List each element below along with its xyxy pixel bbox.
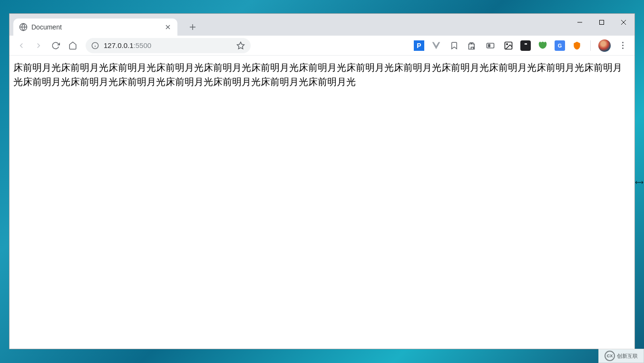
close-window-button[interactable] xyxy=(613,14,634,31)
extension-translate-icon[interactable]: G xyxy=(555,40,565,51)
minimize-button[interactable] xyxy=(569,14,591,31)
page-content: 床前明月光床前明月光床前明月光床前明月光床前明月光床前明月光床前明月光床前明月光… xyxy=(10,56,634,349)
browser-toolbar: 127.0.0.1:5500 P •• G xyxy=(10,36,634,56)
watermark-text: 创新互联 xyxy=(617,353,638,360)
watermark-logo-icon: CX xyxy=(605,351,615,361)
watermark: CX 创新互联 xyxy=(598,349,644,363)
window-controls xyxy=(569,14,634,31)
browser-tab[interactable]: Document xyxy=(13,19,177,36)
resize-cursor-icon xyxy=(634,179,644,186)
toolbar-divider xyxy=(590,40,591,51)
forward-button[interactable] xyxy=(31,38,46,53)
reload-button[interactable] xyxy=(49,38,63,53)
extension-castle-icon[interactable] xyxy=(466,39,478,52)
browser-menu-button[interactable] xyxy=(615,38,630,53)
svg-marker-13 xyxy=(237,42,244,48)
tab-title: Document xyxy=(31,23,160,31)
extension-vue-icon[interactable] xyxy=(430,39,442,52)
body-text: 床前明月光床前明月光床前明月光床前明月光床前明月光床前明月光床前明月光床前明月光… xyxy=(13,60,631,89)
svg-rect-7 xyxy=(600,20,604,25)
extension-evernote-icon[interactable] xyxy=(537,39,549,52)
extension-dots-icon[interactable]: •• xyxy=(520,40,531,51)
address-bar[interactable]: 127.0.0.1:5500 xyxy=(86,38,251,53)
new-tab-button[interactable] xyxy=(186,20,199,34)
globe-icon xyxy=(19,23,28,31)
back-button[interactable] xyxy=(14,38,29,53)
bookmark-star-icon[interactable] xyxy=(236,41,245,50)
extension-image-icon[interactable] xyxy=(502,39,515,52)
home-button[interactable] xyxy=(66,38,80,53)
url-text: 127.0.0.1:5500 xyxy=(104,41,232,49)
tab-strip: Document xyxy=(10,14,634,36)
extension-video-icon[interactable] xyxy=(484,39,497,52)
close-tab-button[interactable] xyxy=(164,23,172,31)
extension-bookmark-icon[interactable] xyxy=(448,39,460,52)
browser-window: Document xyxy=(9,13,635,349)
extension-shield-icon[interactable] xyxy=(571,39,583,52)
extension-p-icon[interactable]: P xyxy=(414,40,424,51)
svg-point-17 xyxy=(507,43,508,45)
site-info-icon[interactable] xyxy=(91,42,99,49)
svg-rect-15 xyxy=(488,44,490,47)
maximize-button[interactable] xyxy=(591,14,613,31)
profile-avatar[interactable] xyxy=(598,39,611,52)
